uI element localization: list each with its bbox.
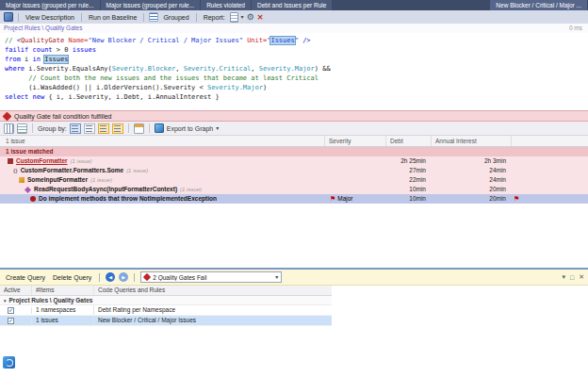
result-row-assembly[interactable]: CustomFormatter (1 issue) 2h 25min 2h 3m… bbox=[0, 156, 588, 166]
result-interest-cell: 24min bbox=[432, 175, 512, 185]
report-dropdown-arrow-icon[interactable]: ▾ bbox=[241, 13, 244, 21]
result-debt-cell: 27min bbox=[386, 166, 432, 175]
dropdown-arrow-icon[interactable]: ▾ bbox=[275, 273, 278, 281]
code-token: , bbox=[175, 65, 183, 73]
view-description-button[interactable]: View Description bbox=[24, 14, 76, 21]
panel-maximize-icon[interactable]: □ bbox=[570, 274, 574, 281]
result-name-cell: SomeInputFormatter (1 issue) bbox=[0, 175, 325, 185]
tab-rules-violated[interactable]: Rules violated bbox=[201, 0, 251, 10]
result-name-link[interactable]: CustomFormatter bbox=[16, 156, 68, 166]
run-on-baseline-button[interactable]: Run on Baseline bbox=[87, 14, 139, 21]
result-row-method[interactable]: ReadRequestBodyAsync(InputFormatterConte… bbox=[0, 185, 588, 194]
tab-major-issues-1[interactable]: Major issues (grouped per rule... bbox=[0, 0, 100, 10]
code-token: // Count both the new issues and the iss… bbox=[5, 74, 318, 82]
query-row[interactable]: ✓ 1 namespaces Debt Rating per Namespace bbox=[0, 305, 332, 316]
query-name[interactable]: Debt Rating per Namespace bbox=[94, 305, 332, 315]
create-query-button[interactable]: Create Query bbox=[4, 274, 47, 281]
items-count: 1 issues bbox=[32, 316, 94, 325]
result-row-issue-selected[interactable]: Do implement methods that throw NotImple… bbox=[0, 194, 588, 204]
active-checkbox[interactable]: ✓ bbox=[8, 318, 14, 324]
group-by-type-toggle[interactable] bbox=[112, 123, 123, 134]
quality-gate-icon bbox=[143, 273, 151, 281]
result-name[interactable]: CustomFormatter.Formatters.Some bbox=[21, 166, 123, 175]
severity-flag-icon: ⚑ bbox=[330, 194, 335, 204]
tab-new-blocker-critical-major[interactable]: New Blocker / Critical / Major ... bbox=[490, 0, 587, 10]
group-by-label: Group by: bbox=[38, 125, 67, 132]
column-header-code-queries[interactable]: Code Queries and Rules bbox=[94, 286, 332, 295]
ndepend-logo-icon[interactable] bbox=[3, 356, 15, 369]
query-group-header[interactable]: ▾ Project Rules \ Quality Gates bbox=[0, 296, 332, 305]
code-token: Name= bbox=[68, 37, 88, 44]
panel-menu-icon[interactable]: ▾ bbox=[562, 273, 565, 281]
code-token: /> bbox=[299, 37, 311, 44]
column-header-severity[interactable]: Severity bbox=[325, 136, 386, 146]
quality-gate-status-bar: Quality Gate fail condition fulfilled bbox=[0, 110, 588, 122]
result-row-namespace[interactable]: {} CustomFormatter.Formatters.Some (1 is… bbox=[0, 166, 588, 175]
group-by-assembly-toggle[interactable] bbox=[70, 123, 81, 134]
result-issue-count: (1 issue) bbox=[90, 175, 112, 185]
close-red-icon[interactable]: ✕ bbox=[257, 13, 264, 22]
toolbar-separator bbox=[32, 123, 33, 133]
export-to-graph-button[interactable]: Export to Graph bbox=[167, 125, 213, 132]
result-debt-cell: 2h 25min bbox=[386, 156, 432, 166]
grouped-button[interactable]: Grouped bbox=[161, 14, 190, 21]
result-row-class[interactable]: SomeInputFormatter (1 issue) 22min 24min bbox=[0, 175, 588, 185]
result-debt-cell: 10min bbox=[386, 185, 432, 194]
group-expand-icon[interactable]: ▾ bbox=[4, 296, 7, 305]
delete-query-button[interactable]: Delete Query bbox=[51, 274, 93, 281]
group-by-namespace-toggle[interactable] bbox=[98, 123, 109, 134]
quality-gates-fail-dropdown[interactable]: 2 Quality Gates Fail ▾ bbox=[140, 271, 282, 283]
result-name[interactable]: ReadRequestBodyAsync(InputFormatterConte… bbox=[34, 185, 177, 194]
code-token: ) && bbox=[315, 65, 331, 73]
column-header-issue[interactable]: 1 issue bbox=[0, 136, 325, 146]
tab-debt-issues-per-rule[interactable]: Debt and Issues per Rule bbox=[252, 0, 332, 10]
result-name[interactable]: SomeInputFormatter bbox=[27, 175, 88, 185]
navigate-back-icon[interactable]: ◀ bbox=[106, 272, 115, 282]
result-name-cell: {} CustomFormatter.Formatters.Some (1 is… bbox=[0, 166, 325, 175]
code-token: Severity.Major bbox=[207, 84, 263, 91]
query-name[interactable]: New Blocker / Critical / Major Issues bbox=[94, 316, 332, 325]
toolbar-separator bbox=[18, 13, 19, 22]
active-cell: ✓ bbox=[0, 307, 32, 314]
settings-gear-icon[interactable]: ⚙ bbox=[247, 13, 254, 22]
highlighted-word: Issues bbox=[270, 37, 294, 44]
expand-columns-icon[interactable] bbox=[4, 123, 14, 134]
toolbar-separator bbox=[81, 13, 82, 22]
panel-close-icon[interactable]: ✕ bbox=[579, 273, 584, 281]
code-token: count bbox=[33, 46, 53, 54]
result-debt-cell: 10min bbox=[386, 194, 432, 204]
column-header-annual-interest[interactable]: Annual Interest bbox=[432, 136, 512, 146]
method-icon bbox=[24, 186, 31, 192]
navigate-forward-icon[interactable]: ▶ bbox=[119, 272, 128, 282]
tab-major-issues-2[interactable]: Major issues (grouped per rule... bbox=[101, 0, 201, 10]
column-header-debt[interactable]: Debt bbox=[386, 136, 432, 146]
code-token: Unit= bbox=[247, 37, 267, 44]
query-row-selected[interactable]: ✓ 1 issues New Blocker / Critical / Majo… bbox=[0, 316, 332, 326]
active-checkbox[interactable]: ✓ bbox=[8, 307, 14, 314]
tree-view-icon[interactable] bbox=[134, 123, 144, 134]
flat-list-icon[interactable] bbox=[17, 123, 27, 134]
query-edit-toolbar: View Description Run on Baseline Grouped… bbox=[0, 10, 588, 25]
grouped-icon[interactable] bbox=[149, 12, 158, 22]
column-header-active[interactable]: Active bbox=[0, 286, 32, 295]
export-graph-dropdown-arrow-icon[interactable]: ▾ bbox=[216, 124, 219, 132]
highlighted-word: Issues bbox=[44, 56, 68, 63]
export-graph-icon bbox=[155, 123, 164, 133]
report-icon[interactable] bbox=[230, 12, 238, 23]
toggle-bars-icon bbox=[100, 125, 106, 132]
cqlinq-code-editor[interactable]: // <QualityGate Name="New Blocker / Crit… bbox=[0, 33, 588, 113]
result-name-cell: ReadRequestBodyAsync(InputFormatterConte… bbox=[0, 185, 325, 194]
row-severity-flag-icon: ⚑ bbox=[514, 194, 519, 204]
queries-grid: Active #Items Code Queries and Rules ▾ P… bbox=[0, 286, 332, 326]
namespace-icon: {} bbox=[13, 166, 18, 175]
code-token: Severity.Major bbox=[259, 65, 315, 73]
result-name[interactable]: Do implement methods that throw NotImple… bbox=[39, 194, 217, 204]
save-icon[interactable] bbox=[4, 12, 13, 22]
code-line: (i.WasAdded() || i.OlderVersion().Severi… bbox=[5, 83, 588, 92]
code-token: Severity.Critical bbox=[184, 65, 252, 73]
breadcrumb[interactable]: Project Rules \ Quality Gates bbox=[4, 24, 82, 33]
group-by-folder-toggle[interactable] bbox=[84, 123, 95, 134]
check-icon: ✓ bbox=[8, 318, 13, 323]
code-token: QualityGate bbox=[21, 37, 69, 44]
column-header-items[interactable]: #Items bbox=[32, 286, 94, 295]
